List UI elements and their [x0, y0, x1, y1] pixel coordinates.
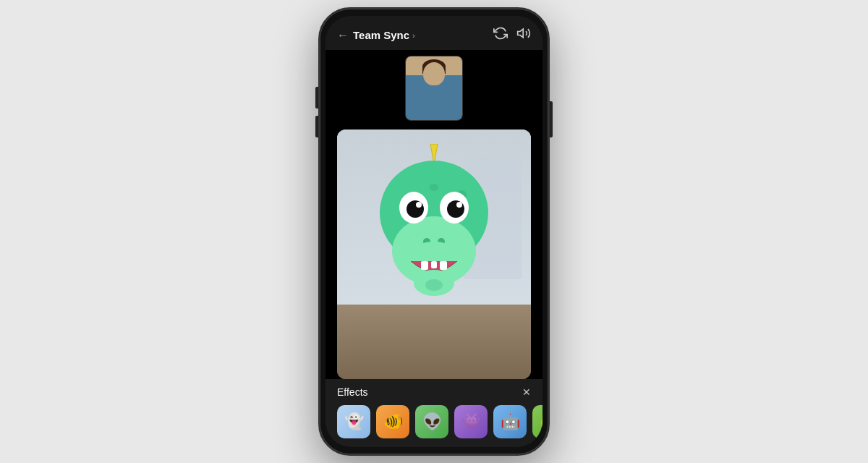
phone-body: ← Team Sync ›	[318, 7, 550, 456]
effect-monster-item[interactable]: 👾	[454, 405, 488, 438]
phone-screen: ← Team Sync ›	[326, 16, 542, 447]
svg-point-8	[430, 184, 438, 191]
effect-frog-item[interactable]: 🐸	[532, 405, 542, 438]
svg-rect-18	[421, 261, 428, 270]
self-view-thumbnail[interactable]	[405, 56, 463, 121]
svg-point-22	[425, 279, 443, 291]
effect-ghost-item[interactable]: 👻	[337, 405, 370, 438]
dragon-ar-filter	[362, 144, 506, 310]
call-title: Team Sync	[353, 29, 409, 41]
effects-header: Effects ✕	[337, 386, 531, 398]
svg-point-12	[447, 200, 464, 218]
call-header: ← Team Sync ›	[326, 16, 542, 50]
back-button[interactable]: ←	[337, 29, 349, 42]
monster-emoji: 👾	[461, 412, 481, 431]
person-head	[423, 62, 445, 85]
rotate-camera-button[interactable]	[493, 26, 508, 44]
robot-emoji: 🤖	[501, 412, 520, 431]
header-title-area: Team Sync ›	[353, 29, 415, 41]
effect-fish-item[interactable]: 🐠	[376, 405, 409, 438]
svg-point-13	[416, 202, 422, 208]
svg-point-14	[456, 202, 462, 208]
effects-label: Effects	[337, 386, 368, 398]
svg-rect-20	[440, 261, 447, 270]
phone-device: ← Team Sync ›	[318, 7, 550, 456]
person-shirt	[416, 91, 452, 120]
effects-close-button[interactable]: ✕	[522, 386, 531, 398]
effect-robot-item[interactable]: 🤖	[493, 405, 527, 438]
volume-button[interactable]	[516, 26, 531, 44]
power-button[interactable]	[550, 101, 553, 137]
dragon-svg	[362, 144, 506, 310]
main-video-feed	[337, 129, 531, 379]
effects-panel: Effects ✕ 👻 🐠 👽 👾	[326, 379, 542, 447]
alien-emoji: 👽	[422, 412, 442, 431]
svg-point-11	[407, 200, 424, 218]
video-container	[326, 50, 542, 379]
ghost-emoji: 👻	[344, 412, 364, 431]
frog-emoji: 🐸	[540, 412, 543, 431]
header-right	[493, 26, 531, 44]
chevron-right-icon[interactable]: ›	[412, 31, 415, 40]
svg-rect-19	[431, 261, 437, 268]
header-left: ← Team Sync ›	[337, 29, 415, 42]
fish-emoji: 🐠	[383, 412, 403, 431]
room-bg-lower	[337, 305, 531, 380]
effect-alien-item[interactable]: 👽	[415, 405, 448, 438]
effects-row: 👻 🐠 👽 👾 🤖 🐸	[337, 405, 531, 438]
svg-marker-0	[518, 29, 524, 38]
